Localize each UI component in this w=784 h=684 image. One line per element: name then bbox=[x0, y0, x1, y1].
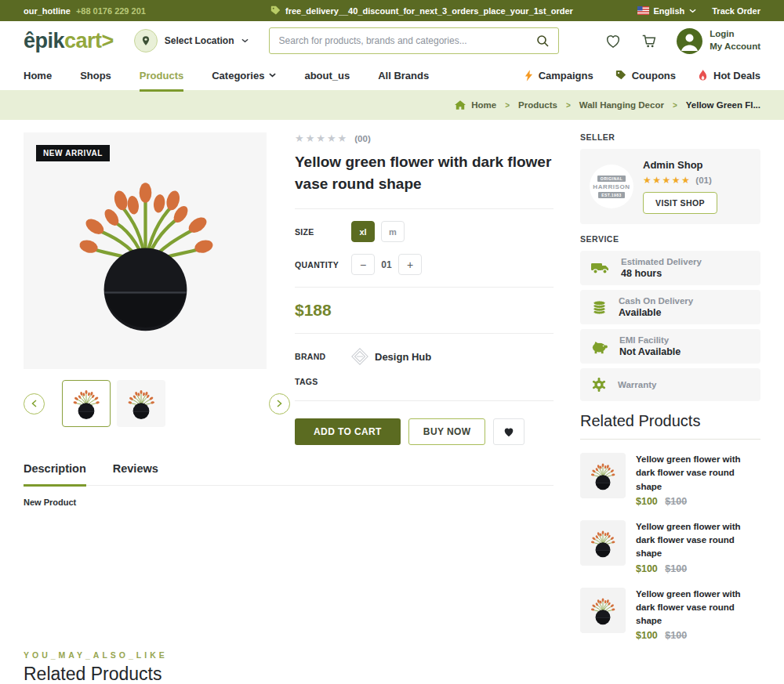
account-menu[interactable]: Login My Account bbox=[677, 28, 760, 54]
seller-rating-stars: ★★★★★ bbox=[643, 175, 691, 186]
logo[interactable]: êpikcart> bbox=[24, 29, 114, 53]
nav-item-products[interactable]: Products bbox=[140, 62, 183, 92]
language-selector[interactable]: English bbox=[637, 6, 697, 16]
location-selector[interactable]: Select Location bbox=[134, 29, 249, 52]
thumbnail-1[interactable] bbox=[62, 380, 111, 427]
breadcrumb-category[interactable]: Wall Hanging Decor bbox=[579, 100, 664, 110]
language-label: English bbox=[654, 6, 685, 16]
tag-icon bbox=[270, 5, 281, 16]
product-rating-stars: ★★★★★ bbox=[295, 132, 348, 144]
related-product-thumb bbox=[580, 453, 626, 498]
service-section-label: SERVICE bbox=[580, 234, 760, 244]
quantity-decrease-button[interactable]: − bbox=[351, 254, 375, 275]
buy-now-button[interactable]: BUY NOW bbox=[408, 418, 486, 445]
main-nav: Home Shops Products Categories about_us … bbox=[0, 60, 784, 90]
seller-logo: ORIGINAL HARRISON EST.1983 bbox=[590, 165, 633, 208]
header: êpikcart> Select Location Login My Ac bbox=[0, 21, 784, 60]
tab-reviews[interactable]: Reviews bbox=[113, 462, 158, 485]
seller-name: Admin Shop bbox=[643, 159, 717, 171]
breadcrumb-home[interactable]: Home bbox=[455, 100, 496, 110]
nav-item-categories[interactable]: Categories bbox=[212, 60, 276, 90]
related-old-price: $100 bbox=[665, 630, 687, 641]
logo-part1: êpik bbox=[24, 29, 64, 52]
breadcrumb-current: Yellow Green Fl... bbox=[686, 100, 760, 110]
cart-icon[interactable] bbox=[641, 32, 658, 49]
location-label: Select Location bbox=[165, 35, 234, 46]
flag-icon bbox=[637, 6, 649, 15]
wishlist-heart-button[interactable] bbox=[493, 418, 524, 445]
logo-part2: cart bbox=[64, 29, 102, 52]
nav-item-all-brands[interactable]: All Brands bbox=[378, 60, 429, 90]
quantity-value: 01 bbox=[375, 259, 398, 270]
product-title: Yellow green flower with dark flower vas… bbox=[295, 151, 554, 194]
search-icon[interactable] bbox=[536, 34, 549, 47]
also-like-heading: Related Products bbox=[24, 664, 760, 684]
promo-banner: free_delivery__40_discount_for_next_3_or… bbox=[270, 5, 573, 16]
logo-arrow: > bbox=[102, 29, 114, 52]
truck-icon bbox=[591, 261, 610, 275]
product-rating-count: (00) bbox=[354, 134, 370, 143]
product-tabs: Description Reviews New Product bbox=[24, 462, 554, 507]
service-card-emi: EMI Facility Not Available bbox=[580, 329, 760, 364]
piggy-bank-icon bbox=[591, 339, 608, 354]
breadcrumb: Home > Products > Wall Hanging Decor > Y… bbox=[0, 90, 784, 120]
seller-card: ORIGINAL HARRISON EST.1983 Admin Shop ★★… bbox=[580, 149, 760, 224]
related-product-thumb bbox=[580, 520, 626, 566]
related-old-price: $100 bbox=[665, 496, 687, 507]
location-pin-icon bbox=[134, 29, 158, 52]
size-option-m[interactable]: m bbox=[381, 221, 405, 242]
breadcrumb-products[interactable]: Products bbox=[518, 100, 557, 110]
chevron-down-icon bbox=[689, 9, 696, 13]
add-to-cart-button[interactable]: ADD TO CART bbox=[295, 418, 401, 445]
seller-rating-count: (01) bbox=[695, 176, 711, 185]
nav-item-coupons[interactable]: Coupons bbox=[615, 60, 676, 90]
login-label: Login bbox=[710, 28, 760, 41]
you-may-also-like-section: YOU_MAY_ALSO_LIKE Related Products VIEW_… bbox=[0, 650, 784, 684]
thumbnail-2[interactable] bbox=[117, 380, 165, 427]
brand-logo-icon bbox=[351, 348, 368, 365]
hotline: our_hotline +88 0176 229 201 bbox=[24, 6, 146, 16]
product-photo-vase bbox=[53, 159, 238, 343]
related-product-2[interactable]: Yellow green flower with dark flower vas… bbox=[580, 520, 760, 574]
carousel-next-button[interactable] bbox=[269, 393, 290, 414]
quantity-label: QUANTITY bbox=[295, 260, 351, 270]
carousel-prev-button[interactable] bbox=[24, 393, 45, 414]
size-label: SIZE bbox=[295, 227, 351, 237]
new-arrival-badge: NEW ARRIVAL bbox=[36, 145, 110, 161]
description-content: New Product bbox=[24, 498, 554, 507]
search-bar bbox=[269, 27, 559, 54]
hotline-number: +88 0176 229 201 bbox=[76, 6, 146, 16]
related-product-3[interactable]: Yellow green flower with dark flower vas… bbox=[580, 588, 760, 642]
related-product-1[interactable]: Yellow green flower with dark flower vas… bbox=[580, 453, 760, 507]
size-option-xl[interactable]: xl bbox=[351, 221, 375, 242]
track-order-link[interactable]: Track Order bbox=[712, 6, 760, 16]
section-eyebrow: YOU_MAY_ALSO_LIKE bbox=[24, 650, 760, 660]
service-card-cod: Cash On Delivery Available bbox=[580, 290, 760, 324]
product-price: $188 bbox=[295, 301, 554, 320]
nav-item-about-us[interactable]: about_us bbox=[304, 60, 350, 90]
bolt-icon bbox=[524, 70, 533, 81]
my-account-label: My Account bbox=[710, 41, 760, 53]
wishlist-icon[interactable] bbox=[604, 32, 622, 49]
visit-shop-button[interactable]: VISIT SHOP bbox=[643, 192, 717, 214]
related-price: $100 bbox=[636, 563, 658, 574]
nav-item-home[interactable]: Home bbox=[24, 60, 52, 90]
service-card-warranty: Warranty bbox=[580, 368, 760, 401]
nav-item-shops[interactable]: Shops bbox=[80, 60, 111, 90]
brand-label: BRAND bbox=[295, 352, 351, 361]
brand-name[interactable]: Design Hub bbox=[375, 351, 431, 363]
tab-description[interactable]: Description bbox=[24, 462, 86, 487]
chevron-down-icon bbox=[241, 38, 249, 43]
seller-section-label: SELLER bbox=[580, 132, 760, 142]
search-input[interactable] bbox=[279, 35, 530, 46]
product-image: NEW ARRIVAL bbox=[24, 132, 267, 369]
gear-icon bbox=[591, 377, 607, 393]
coins-icon bbox=[591, 300, 608, 315]
chevron-down-icon bbox=[269, 73, 276, 78]
nav-item-hot-deals[interactable]: Hot Deals bbox=[698, 60, 760, 90]
nav-item-campaigns[interactable]: Campaigns bbox=[524, 60, 593, 90]
flame-icon bbox=[698, 70, 708, 81]
topbar: our_hotline +88 0176 229 201 free_delive… bbox=[0, 0, 784, 21]
quantity-increase-button[interactable]: + bbox=[398, 254, 422, 275]
related-old-price: $100 bbox=[665, 563, 687, 574]
